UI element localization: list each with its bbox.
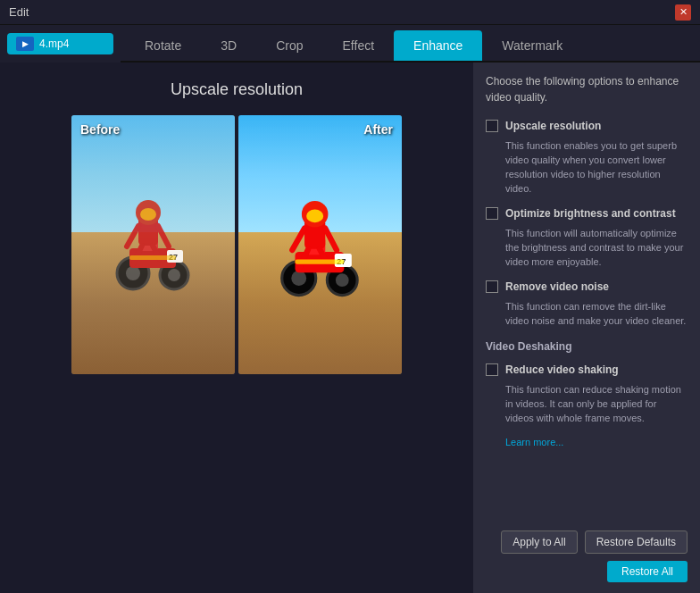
brightness-desc: This function will automatically optimiz… [486, 227, 688, 270]
deshaking-section-label: Video Deshaking [486, 340, 688, 353]
preview-title: Upscale resolution [171, 80, 303, 99]
svg-point-10 [140, 208, 156, 221]
file-icon: ▶ [16, 37, 34, 51]
svg-point-17 [291, 271, 306, 286]
top-button-row: Apply to All Restore Defaults [486, 530, 688, 554]
main-area: Upscale resolution Before [0, 63, 700, 593]
noise-desc: This function can remove the dirt-like v… [486, 300, 688, 329]
after-label: After [363, 122, 393, 137]
before-moto-image: 27 [71, 115, 235, 374]
noise-checkbox[interactable] [486, 280, 498, 293]
tab-effect[interactable]: Effect [323, 30, 395, 61]
tab-crop[interactable]: Crop [256, 30, 322, 61]
upscale-option-row: Upscale resolution [486, 120, 688, 132]
rider-svg-after: 27 [278, 194, 362, 310]
restore-defaults-button[interactable]: Restore Defaults [585, 530, 688, 554]
svg-point-3 [168, 269, 180, 281]
svg-point-26 [306, 209, 323, 222]
title-text: Edit [9, 5, 29, 19]
brightness-label: Optimize brightness and contrast [505, 207, 676, 220]
file-tab-label: 4.mp4 [39, 38, 69, 50]
svg-rect-15 [129, 255, 176, 260]
title-bar: Edit ✕ [0, 0, 700, 25]
apply-to-all-button[interactable]: Apply to All [501, 530, 577, 554]
svg-line-28 [325, 228, 337, 249]
title-bar-left: Edit [9, 5, 29, 19]
after-moto-image: 27 [238, 115, 402, 374]
after-preview: After 27 [238, 115, 402, 374]
tab-3d[interactable]: 3D [201, 30, 256, 61]
noise-option-row: Remove video noise [486, 280, 688, 293]
brightness-checkbox[interactable] [486, 207, 498, 220]
close-button[interactable]: ✕ [675, 4, 691, 21]
upscale-label: Upscale resolution [505, 120, 601, 132]
file-tab-area: ▶ 4.mp4 [0, 25, 121, 63]
deshake-label: Reduce video shaking [505, 363, 619, 376]
deshake-desc: This function can reduce shaking motion … [486, 383, 688, 426]
noise-label: Remove video noise [505, 280, 609, 293]
tab-rotate[interactable]: Rotate [125, 30, 201, 61]
upscale-desc: This function enables you to get superb … [486, 139, 688, 196]
left-panel: Upscale resolution Before [0, 63, 473, 593]
deshake-option-row: Reduce video shaking [486, 363, 688, 376]
title-bar-controls: ✕ [675, 4, 691, 21]
svg-line-11 [127, 226, 138, 246]
svg-rect-31 [295, 259, 344, 263]
before-label: Before [80, 122, 120, 137]
svg-point-1 [126, 266, 140, 280]
right-panel: Choose the following options to enhance … [473, 63, 700, 593]
upscale-checkbox[interactable] [486, 120, 498, 132]
deshake-checkbox[interactable] [486, 363, 498, 376]
svg-line-27 [292, 228, 304, 249]
panel-intro: Choose the following options to enhance … [486, 73, 688, 105]
file-tab[interactable]: ▶ 4.mp4 [7, 33, 113, 54]
before-preview: Before [71, 115, 235, 374]
svg-line-12 [158, 226, 169, 246]
brightness-option-row: Optimize brightness and contrast [486, 207, 688, 220]
bottom-button-row: Restore All [486, 561, 688, 582]
learn-more-link[interactable]: Learn more... [505, 437, 563, 447]
rider-svg-before: 27 [113, 195, 194, 302]
preview-images: Before [71, 115, 402, 374]
tab-watermark[interactable]: Watermark [482, 30, 582, 61]
svg-point-19 [335, 273, 348, 287]
restore-all-button[interactable]: Restore All [607, 561, 688, 582]
tab-enhance[interactable]: Enhance [394, 30, 482, 61]
